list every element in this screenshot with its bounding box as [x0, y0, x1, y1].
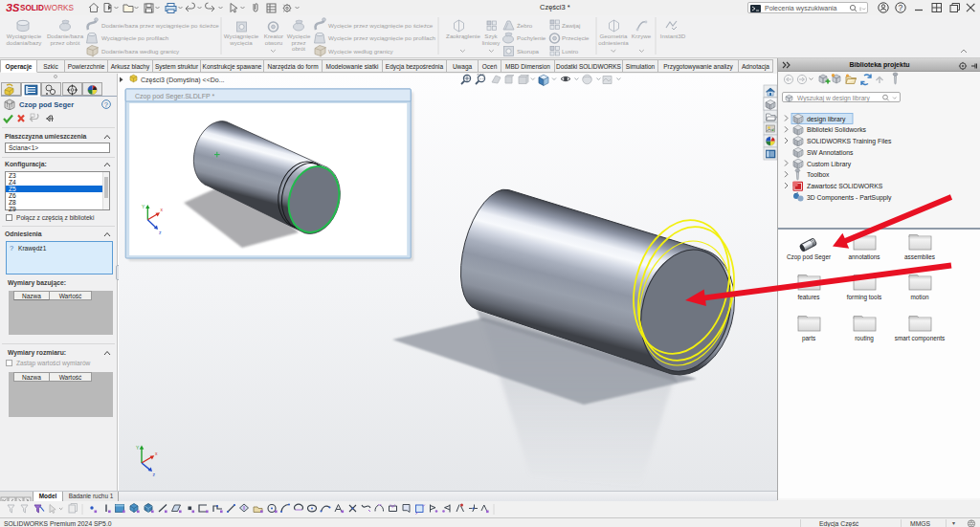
svg-text:odniesienia: odniesienia — [598, 39, 629, 46]
svg-text:Biblioteki Solidworks: Biblioteki Solidworks — [807, 126, 867, 133]
svg-text:Wycięcie przez wyciągnięcie po: Wycięcie przez wyciągnięcie po ścieżce — [328, 22, 434, 29]
svg-text:Żebro: Żebro — [517, 22, 533, 29]
svg-text:Geometria: Geometria — [600, 33, 628, 39]
svg-text:Czop pod Seger: Czop pod Seger — [787, 253, 832, 261]
svg-text:Dodanie/baza: Dodanie/baza — [47, 33, 84, 39]
svg-text:design library: design library — [807, 116, 846, 123]
svg-text:Przecięcie: Przecięcie — [562, 34, 590, 41]
svg-text:liniowy: liniowy — [482, 39, 501, 46]
svg-text:routing: routing — [855, 335, 874, 342]
svg-text:forming tools: forming tools — [847, 294, 882, 301]
svg-text:otworu: otworu — [265, 39, 283, 46]
svg-text:smart components: smart components — [895, 335, 946, 342]
svg-text:SW Annotations: SW Annotations — [807, 149, 854, 156]
svg-text:parts: parts — [802, 335, 815, 342]
svg-text:ЗS: ЗS — [6, 2, 20, 13]
svg-text:features: features — [797, 294, 819, 300]
svg-text:SOLIDWORKS: SOLIDWORKS — [20, 4, 75, 12]
svg-text:Kreator: Kreator — [264, 33, 283, 39]
svg-text:Dodanie/baza przez wyciągnięci: Dodanie/baza przez wyciągnięcie po ścież… — [101, 22, 219, 29]
svg-text:Części3 (Domyślna) <<Do...: Części3 (Domyślna) <<Do... — [141, 77, 225, 84]
svg-text:Wycięcie przez wyciągnięcie po: Wycięcie przez wyciągnięcie po profilach — [328, 34, 436, 41]
svg-text:Czop pod Seger: Czop pod Seger — [19, 100, 74, 109]
svg-text:Zawijaj: Zawijaj — [562, 22, 580, 29]
svg-text:Wyciągnięcie: Wyciągnięcie — [224, 33, 259, 39]
svg-text:Pochylenie: Pochylenie — [517, 34, 546, 41]
svg-text:obrót: obrót — [292, 45, 305, 52]
svg-text:Wyciągnięcie po profilach: Wyciągnięcie po profilach — [101, 34, 169, 41]
svg-text:Czop pod Seger.SLDLFP *: Czop pod Seger.SLDLFP * — [135, 93, 214, 100]
svg-text:Skorupa: Skorupa — [517, 48, 540, 55]
svg-text:Instant3D: Instant3D — [660, 33, 686, 39]
svg-text:Zaokrąglenie: Zaokrąglenie — [446, 33, 480, 39]
svg-text:dodania/bazy: dodania/bazy — [7, 39, 43, 46]
svg-text:Toolbox: Toolbox — [807, 171, 830, 178]
svg-text:assemblies: assemblies — [904, 253, 935, 260]
svg-text:Custom Library: Custom Library — [807, 161, 852, 168]
svg-text:Zawartość SOLIDWORKS: Zawartość SOLIDWORKS — [807, 183, 883, 189]
svg-text:Wyciągnięcie: Wyciągnięcie — [7, 33, 42, 39]
svg-text:wycięcia: wycięcia — [229, 39, 253, 46]
svg-text:Wycięcie według granicy: Wycięcie według granicy — [328, 48, 394, 55]
svg-text:przez obrót: przez obrót — [51, 39, 80, 46]
svg-text:annotations: annotations — [848, 253, 880, 260]
svg-text:Szyk: Szyk — [484, 33, 498, 39]
svg-text:motion: motion — [910, 294, 929, 300]
svg-text:SOLIDWORKS Training Files: SOLIDWORKS Training Files — [807, 138, 892, 145]
svg-text:3D Components - PartSupply: 3D Components - PartSupply — [807, 194, 892, 202]
svg-text:?: ? — [104, 100, 108, 109]
svg-text:Krzywe: Krzywe — [632, 33, 652, 39]
svg-text:?: ? — [899, 3, 903, 12]
svg-text:Lustro: Lustro — [562, 48, 579, 55]
svg-text:Dodanie/baza według granicy: Dodanie/baza według granicy — [101, 48, 180, 55]
